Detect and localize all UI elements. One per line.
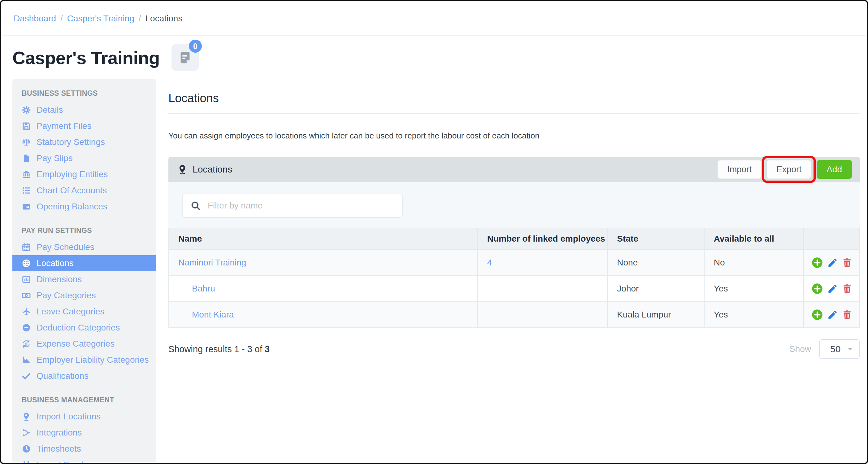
page-section-title: Locations: [168, 92, 860, 105]
area-chart-icon: [22, 355, 31, 365]
import-button[interactable]: Import: [718, 160, 761, 179]
chevron-down-icon: [847, 346, 853, 352]
column-header-state: State: [607, 228, 704, 250]
sidebar-item-qualifications[interactable]: Qualifications: [12, 368, 156, 384]
breadcrumb-business[interactable]: Casper's Training: [67, 13, 134, 23]
sidebar-item-label: Pay Categories: [36, 291, 96, 300]
bank-icon: [22, 170, 31, 179]
linked-employees-cell: [478, 302, 608, 328]
sidebar-item-import-locations[interactable]: Import Locations: [12, 409, 156, 425]
edit-pencil-icon[interactable]: [827, 257, 838, 268]
filter-by-name-input[interactable]: [208, 201, 395, 211]
delete-trash-icon[interactable]: [842, 257, 852, 268]
location-name-link[interactable]: Mont Kiara: [192, 310, 234, 319]
column-header-name: Name: [169, 228, 478, 250]
add-circle-icon[interactable]: [811, 257, 824, 269]
table-row-naminori-training: Naminori Training 4 None No: [169, 250, 860, 276]
sidebar-item-label: Integrations: [36, 428, 82, 438]
people-icon: [22, 460, 31, 463]
sidebar-item-label: Pay Schedules: [36, 242, 94, 252]
sidebar-item-details[interactable]: Details: [12, 102, 156, 118]
plane-icon: [22, 307, 31, 316]
sidebar-item-integrations[interactable]: Integrations: [12, 425, 156, 441]
sidebar-item-timesheets[interactable]: Timesheets: [12, 441, 156, 457]
clock-icon: [22, 444, 31, 454]
gear-icon: [22, 105, 31, 115]
export-button[interactable]: Export: [767, 160, 811, 179]
linked-employees-cell: [478, 276, 608, 302]
filter-bar: [168, 182, 860, 228]
column-header-actions: [804, 228, 860, 250]
panel-title: Locations: [192, 164, 232, 175]
linked-employees-link[interactable]: 4: [487, 258, 492, 267]
delete-trash-icon[interactable]: [842, 283, 852, 294]
delete-trash-icon[interactable]: [842, 310, 852, 320]
sidebar-item-opening-balances[interactable]: Opening Balances: [12, 199, 156, 215]
table-header-row: Name Number of linked employees State Av…: [169, 228, 860, 250]
sidebar-section-business-management: BUSINESS MANAGEMENT: [12, 396, 156, 404]
edit-pencil-icon[interactable]: [827, 310, 838, 320]
breadcrumb: Dashboard/Casper's Training/Locations: [1, 1, 867, 36]
sidebar-item-pay-schedules[interactable]: Pay Schedules: [12, 239, 156, 255]
filter-box: [182, 194, 403, 218]
sidebar-item-label: Timesheets: [36, 444, 81, 454]
sidebar-section-business-settings: BUSINESS SETTINGS: [12, 89, 156, 97]
sidebar-item-pay-slips[interactable]: Pay Slips: [12, 150, 156, 166]
sidebar-item-label: Statutory Settings: [36, 137, 105, 147]
add-circle-icon[interactable]: [811, 283, 824, 295]
calendar-icon: [22, 242, 31, 252]
sidebar-item-statutory-settings[interactable]: Statutory Settings: [12, 134, 156, 150]
sidebar-item-label: Import Locations: [36, 412, 101, 422]
section-description: You can assign employees to locations wh…: [168, 131, 860, 141]
page-header: Casper's Training 0: [1, 36, 867, 79]
state-cell: Kuala Lumpur: [607, 302, 704, 328]
sidebar-item-label: Opening Balances: [36, 202, 107, 211]
wallet-icon: [22, 202, 31, 211]
sidebar-item-import-employees[interactable]: Import Employees: [12, 457, 156, 463]
column-header-linked-employees: Number of linked employees: [478, 228, 608, 250]
settings-sidebar: BUSINESS SETTINGS Details Payment Files …: [12, 79, 156, 463]
table-row-bahru: Bahru Johor Yes: [169, 276, 860, 302]
sidebar-item-locations[interactable]: Locations: [12, 255, 156, 271]
sidebar-item-label: Leave Categories: [36, 307, 104, 317]
sidebar-item-deduction-categories[interactable]: Deduction Categories: [12, 320, 156, 336]
sidebar-item-pay-categories[interactable]: Pay Categories: [12, 287, 156, 303]
expense-icon: [22, 339, 31, 348]
sidebar-item-employing-entities[interactable]: Employing Entities: [12, 166, 156, 182]
money-icon: [22, 291, 31, 300]
file-icon: [22, 154, 31, 163]
globe-icon: [22, 259, 31, 268]
sidebar-item-label: Employing Entities: [36, 169, 108, 179]
branch-icon: [22, 428, 31, 437]
sidebar-item-expense-categories[interactable]: Expense Categories: [12, 336, 156, 352]
sidebar-item-dimensions[interactable]: Dimensions: [12, 271, 156, 287]
sidebar-item-label: Locations: [36, 258, 74, 268]
location-name-link[interactable]: Naminori Training: [178, 258, 246, 267]
bar-chart-icon: [22, 275, 31, 284]
table-footer: Showing results 1 - 3 of 3 Show 50: [168, 339, 860, 359]
add-circle-icon[interactable]: [811, 309, 824, 321]
page-size-dropdown[interactable]: 50: [819, 339, 860, 359]
sidebar-item-label: Pay Slips: [36, 153, 73, 163]
available-cell: Yes: [704, 302, 804, 328]
business-notes-button[interactable]: 0: [172, 44, 199, 71]
note-icon: [178, 51, 192, 65]
locations-panel: Locations Import Export Add: [168, 157, 860, 359]
check-icon: [22, 371, 31, 381]
breadcrumb-dashboard[interactable]: Dashboard: [13, 13, 56, 23]
save-icon: [22, 121, 31, 131]
add-button[interactable]: Add: [816, 160, 852, 179]
sidebar-item-label: Deduction Categories: [36, 323, 120, 333]
page-title: Casper's Training: [12, 48, 160, 68]
results-summary-text: Showing results 1 - 3 of: [168, 344, 265, 354]
location-name-link[interactable]: Bahru: [192, 284, 215, 293]
sidebar-item-leave-categories[interactable]: Leave Categories: [12, 303, 156, 320]
sidebar-item-payment-files[interactable]: Payment Files: [12, 118, 156, 134]
locations-settings-page: { "breadcrumb": { "separator": "/", "ite…: [0, 0, 868, 464]
sidebar-item-label: Expense Categories: [36, 339, 115, 349]
sidebar-item-chart-of-accounts[interactable]: Chart Of Accounts: [12, 182, 156, 199]
sidebar-item-label: Qualifications: [36, 371, 89, 381]
available-cell: Yes: [704, 276, 804, 302]
edit-pencil-icon[interactable]: [827, 283, 838, 294]
sidebar-item-employer-liability-categories[interactable]: Employer Liability Categories: [12, 352, 156, 368]
